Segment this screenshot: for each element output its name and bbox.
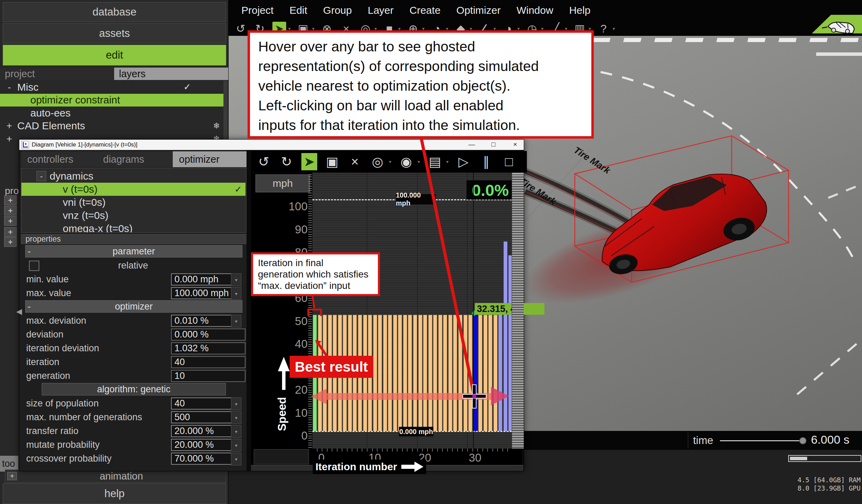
dialog-tree-row[interactable]: vnz (t=0s) [21, 209, 245, 222]
menu-edit[interactable]: Edit [289, 4, 307, 16]
tab-diagrams[interactable]: diagrams [97, 151, 173, 167]
iteration-bar-15[interactable] [388, 315, 392, 431]
dropdown-caret-icon[interactable]: ▾ [446, 159, 449, 164]
assets-button[interactable]: assets [3, 23, 226, 43]
snowflake-icon[interactable]: ❄ [213, 121, 220, 131]
sidebar-tree-row[interactable]: optimizer constraint [0, 94, 223, 107]
menu-create[interactable]: Create [410, 4, 441, 16]
minimize-button[interactable]: — [464, 140, 479, 149]
iteration-bar-20[interactable] [413, 315, 417, 431]
iteration-bar-34[interactable] [483, 315, 488, 431]
view-options-icon[interactable]: ◉ [398, 153, 414, 170]
property-value-max-number-of-generations[interactable]: 500 [171, 411, 233, 423]
collapse-panel-icon[interactable]: ◀ [16, 307, 22, 316]
property-value-max-deviation[interactable]: 0.010 % [171, 315, 233, 327]
play-icon[interactable]: ▷ [455, 153, 471, 170]
expand-icon[interactable]: + [4, 120, 14, 131]
database-button[interactable]: database [3, 2, 226, 22]
dialog-tree-row[interactable]: omega-x (t=0s) [21, 222, 245, 233]
undo-icon[interactable]: ↺ [234, 22, 248, 36]
iteration-bar-13[interactable] [378, 315, 382, 431]
iteration-bar-25[interactable] [438, 315, 442, 431]
check-icon[interactable]: ✓ [234, 184, 242, 195]
expand-section-button[interactable]: + [4, 195, 17, 205]
iteration-bar-27[interactable] [448, 315, 452, 431]
dropdown-button[interactable]: ▾ [231, 315, 241, 327]
expand-section-button[interactable]: + [4, 237, 17, 247]
collapse-icon[interactable]: - [28, 246, 31, 257]
dialog-tree-row[interactable]: -dynamics [21, 170, 245, 183]
iteration-bar-14[interactable] [383, 315, 387, 431]
iteration-bar-37[interactable] [498, 311, 502, 431]
iteration-bar-31[interactable] [468, 315, 472, 431]
tab-controllers[interactable]: controllers [21, 151, 97, 167]
expand-icon[interactable]: + [4, 133, 14, 144]
marquee-select-icon[interactable]: ▣ [324, 153, 340, 170]
dialog-titlebar[interactable]: Diagram [Vehicle 1]-[dynamics]-[v (t=0s)… [19, 140, 524, 150]
menu-group[interactable]: Group [323, 4, 352, 16]
property-value-mutate-probability[interactable]: 20.000 % [171, 439, 233, 451]
stop-icon[interactable]: □ [501, 153, 517, 170]
expand-section-button[interactable]: + [4, 227, 17, 237]
section-header-algorithm-genetic[interactable]: algorithm: genetic [42, 383, 226, 395]
iteration-bar-35[interactable] [488, 315, 492, 431]
tab-layers[interactable]: layers [114, 68, 228, 80]
horizontal-scrollbar[interactable] [788, 455, 861, 462]
expand-section-button[interactable]: + [4, 216, 17, 226]
help-button[interactable]: help [3, 483, 226, 504]
pause-icon[interactable]: ∥ [478, 153, 494, 170]
dropdown-button[interactable]: ▾ [231, 411, 241, 424]
iteration-bar-26[interactable] [443, 315, 447, 431]
plus-icon[interactable]: + [7, 472, 17, 480]
tree-scrollbar[interactable] [223, 81, 228, 145]
tab-optimizer[interactable]: optimizer [173, 151, 247, 167]
dialog-tree-row[interactable]: v (t=0s)✓ [21, 183, 245, 196]
iteration-bar-24[interactable] [433, 315, 437, 431]
dropdown-caret-icon[interactable]: ▾ [418, 159, 420, 164]
print-icon[interactable]: ▤ [427, 153, 443, 170]
collapse-icon[interactable]: - [28, 301, 31, 312]
iteration-bar-28[interactable] [453, 315, 457, 431]
sidebar-tree-row[interactable]: +CAD Elements❄ [0, 120, 223, 132]
menu-project[interactable]: Project [241, 4, 273, 16]
collapse-icon[interactable]: - [4, 82, 14, 93]
iteration-bar-19[interactable] [408, 315, 412, 431]
iteration-bar-33[interactable] [478, 315, 482, 431]
property-value-generation[interactable]: 10 [171, 370, 245, 382]
zoom-tool-icon[interactable]: ◎ [370, 153, 385, 170]
sidebar-tree-row[interactable]: -Misc✓ [0, 81, 223, 93]
sidebar-tree-row[interactable]: auto-ees [0, 107, 223, 119]
dropdown-button[interactable]: ▾ [231, 273, 241, 286]
chart-vertical-scrollbar[interactable] [512, 173, 524, 448]
undo-icon[interactable]: ↺ [256, 153, 272, 170]
close-button[interactable]: × [508, 140, 523, 149]
section-header-parameter[interactable]: parameter- [25, 245, 242, 258]
iteration-bar-21[interactable] [418, 315, 422, 431]
iteration-bar-23[interactable] [428, 315, 432, 431]
maximize-button[interactable]: □ [486, 140, 501, 149]
edit-button[interactable]: edit [3, 45, 226, 65]
collapse-icon[interactable]: - [37, 171, 46, 181]
dropdown-caret-icon[interactable]: ▾ [612, 26, 615, 31]
tab-project[interactable]: project [0, 68, 114, 80]
time-slider-knob[interactable] [799, 437, 806, 444]
property-value-transfer-ratio[interactable]: 20.000 % [171, 425, 233, 437]
select-tool-icon[interactable]: ➤ [301, 153, 317, 170]
property-value-iteration-deviation[interactable]: 1.032 % [171, 342, 245, 354]
dropdown-button[interactable]: ▾ [231, 425, 241, 438]
property-value-size-of-population[interactable]: 40 [171, 397, 233, 410]
property-value-crossover-probability[interactable]: 70.000 % [171, 453, 233, 465]
property-value-min-value[interactable]: 0.000 mph [171, 273, 233, 285]
animation-section[interactable]: + animation [5, 470, 226, 483]
iteration-bar-32[interactable] [473, 315, 478, 431]
property-value-iteration[interactable]: 40 [171, 356, 245, 368]
dropdown-button[interactable]: ▾ [231, 287, 241, 300]
iteration-bar-12[interactable] [373, 315, 377, 431]
menu-layer[interactable]: Layer [368, 4, 393, 16]
dropdown-button[interactable]: ▾ [231, 453, 241, 465]
iteration-bar-36[interactable] [493, 315, 498, 431]
iteration-bar-22[interactable] [423, 315, 427, 431]
iteration-bar-16[interactable] [393, 315, 397, 431]
iteration-bar-29[interactable] [458, 315, 462, 431]
dropdown-button[interactable]: ▾ [231, 439, 241, 452]
